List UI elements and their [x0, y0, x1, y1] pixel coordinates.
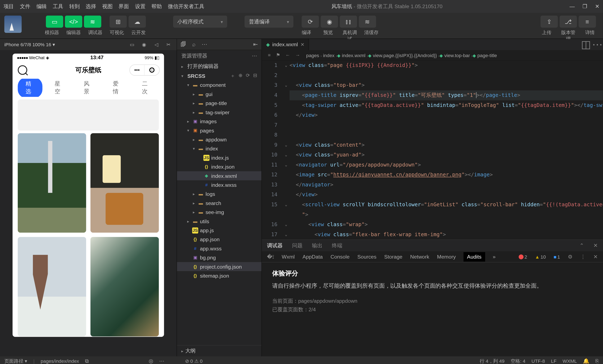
tree-folder[interactable]: ▸▣images [177, 117, 261, 126]
clear-cache-button[interactable]: ≋ [359, 15, 376, 28]
category-tab[interactable]: 二次 [134, 79, 159, 97]
devtools-tab[interactable]: Console [331, 254, 350, 260]
tree-folder[interactable]: ▾▣pages [177, 126, 261, 135]
menu-item[interactable]: 界面 [118, 3, 129, 10]
devtools-tab[interactable]: Sources [357, 254, 376, 260]
search-panel-icon[interactable]: ⌕ [192, 41, 196, 47]
devtools-tab[interactable]: Audits [464, 252, 485, 261]
indent[interactable]: 空格: 4 [511, 358, 525, 364]
editor-more-icon[interactable]: ⋯ [592, 39, 603, 50]
problems[interactable]: ⊘ 0 ⚠ 0 [185, 358, 203, 364]
simulator-toggle[interactable]: ▭ [46, 15, 63, 28]
devtools-badge[interactable]: ■ 1 [554, 254, 560, 259]
cut-icon[interactable]: ✂ [164, 42, 172, 47]
devtools-close-icon[interactable]: ✕ [593, 254, 598, 260]
panel-tab[interactable]: 输出 [312, 242, 323, 249]
menu-item[interactable]: 工具 [53, 3, 63, 10]
record-icon[interactable]: ◉ [140, 42, 148, 47]
devtools-badge[interactable]: ⬤ 2 [518, 254, 527, 259]
tree-folder[interactable]: ▸▬see-img [177, 208, 261, 217]
explorer-more-icon[interactable]: ⋯ [252, 53, 257, 59]
tree-folder[interactable]: ▸▬page-title [177, 99, 261, 108]
breadcrumb[interactable]: ≡ ⚑ ← → pages › index ›◆ index.wxml ›◆ v… [262, 50, 603, 61]
category-tab[interactable]: 风景 [76, 79, 101, 97]
menu-item[interactable]: 帮助 [151, 3, 162, 10]
tree-file[interactable]: #app.wxss [177, 244, 261, 253]
upload-button[interactable]: ⇪ [541, 15, 558, 28]
menu-item[interactable]: 微信开发者工具 [168, 3, 204, 10]
maximize-icon[interactable]: ❐ [582, 4, 587, 10]
open-editors-section[interactable]: ▸打开的编辑器 [177, 62, 261, 72]
outline-section[interactable]: ▸大纲 [177, 345, 261, 356]
compile-button[interactable]: ⟳ [302, 15, 319, 28]
eol[interactable]: LF [551, 359, 557, 364]
category-tab[interactable]: 爱情 [105, 79, 130, 97]
eye-icon[interactable]: ◎ [149, 358, 153, 364]
editor-tab[interactable]: ◆ index.wxml ✕ [262, 39, 309, 50]
refresh-icon[interactable]: ⟳ [246, 73, 250, 79]
panel-tab[interactable]: 调试器 [267, 242, 282, 249]
tree-folder[interactable]: ▸▬search [177, 199, 261, 208]
collapse-all-icon[interactable]: ⊟ [253, 73, 257, 79]
kebab-icon[interactable]: ⋮ [580, 254, 586, 260]
capsule-close-icon[interactable] [144, 65, 159, 75]
avatar[interactable] [4, 15, 22, 33]
close-icon[interactable]: ✕ [595, 4, 599, 10]
menu-item[interactable]: 视图 [102, 3, 113, 10]
more-icon[interactable]: ⋯ [202, 41, 207, 47]
mode-select[interactable]: 小程序模式▾ [173, 15, 227, 28]
preview-button[interactable]: ◉ [321, 15, 338, 28]
menu-item[interactable]: 设置 [135, 3, 146, 10]
forward-icon[interactable]: → [295, 52, 300, 58]
devtools-tab[interactable]: AppData [302, 254, 323, 260]
mute-icon[interactable]: ◁ [152, 42, 160, 47]
cursor-pos[interactable]: 行 4，列 49 [480, 358, 505, 364]
panel-up-icon[interactable]: ⌃ [580, 243, 584, 249]
tree-folder[interactable]: ▸▬gui [177, 89, 261, 99]
status-more-icon[interactable]: ⋯ [159, 358, 164, 364]
devtools-tab[interactable]: Memory [437, 254, 456, 260]
device-select[interactable]: iPhone 6/7/8 100% 16 ▾ [4, 42, 55, 47]
menu-item[interactable]: 文件 [20, 3, 30, 10]
version-button[interactable]: ⎇ [560, 15, 577, 28]
tree-folder[interactable]: ▾▬component [177, 80, 261, 89]
new-folder-icon[interactable]: ⊕ [238, 73, 243, 79]
details-button[interactable]: ≡ [579, 15, 596, 28]
visual-button[interactable]: ⊞ [109, 15, 127, 28]
code-editor[interactable]: 1234567891011121314151617 ⌄⌄⌄⌄⌄⌄⌄⌄ <view… [262, 60, 603, 240]
devtools-tab[interactable]: Network [410, 254, 429, 260]
menu-item[interactable]: 编辑 [36, 3, 47, 10]
device-icon[interactable]: ▭ [128, 42, 136, 47]
minimize-icon[interactable]: — [569, 4, 575, 10]
gear-icon[interactable]: ⚙ [568, 254, 573, 260]
list-icon[interactable]: ≡ [268, 52, 270, 58]
wallpaper-item[interactable] [18, 133, 86, 233]
wallpaper-item[interactable] [91, 133, 159, 233]
tree-file[interactable]: {}sitemap.json [177, 271, 261, 280]
inspect-icon[interactable]: �⟟ [267, 254, 274, 260]
tree-file[interactable]: #index.wxss [177, 180, 261, 189]
cloud-button[interactable]: ☁ [128, 15, 146, 28]
tree-file[interactable]: {}project.config.json [177, 262, 261, 271]
devtools-tab[interactable]: Storage [384, 254, 402, 260]
remote-debug-button[interactable]: ⫿⫿ [340, 15, 357, 28]
bell-icon[interactable]: 🔔 [583, 358, 589, 364]
panel-tab[interactable]: 终端 [332, 242, 342, 249]
tree-file[interactable]: JSapp.js [177, 226, 261, 235]
editor-toggle[interactable]: </> [65, 15, 82, 28]
devtools-tab[interactable]: Wxml [282, 254, 295, 260]
category-tab[interactable]: 精选 [18, 79, 43, 97]
wallpaper-item[interactable] [91, 237, 159, 336]
devtools-badge[interactable]: ▲ 10 [535, 254, 546, 259]
panel-tab[interactable]: 问题 [292, 242, 302, 249]
split-editor-icon[interactable]: ◫ [580, 39, 592, 50]
banner-ad[interactable] [18, 99, 159, 131]
menu-item[interactable]: 转到 [69, 3, 80, 10]
bookmark-icon[interactable]: ⚑ [276, 52, 280, 58]
capsule-menu-icon[interactable]: ••• [130, 65, 144, 75]
tree-file[interactable]: {}index.json [177, 162, 261, 171]
devtools-more[interactable]: » [493, 254, 496, 260]
menu-item[interactable]: 选择 [86, 3, 96, 10]
tree-folder[interactable]: ▸▬tag-swiper [177, 108, 261, 117]
feedback-icon[interactable]: ⎘ [595, 358, 598, 364]
